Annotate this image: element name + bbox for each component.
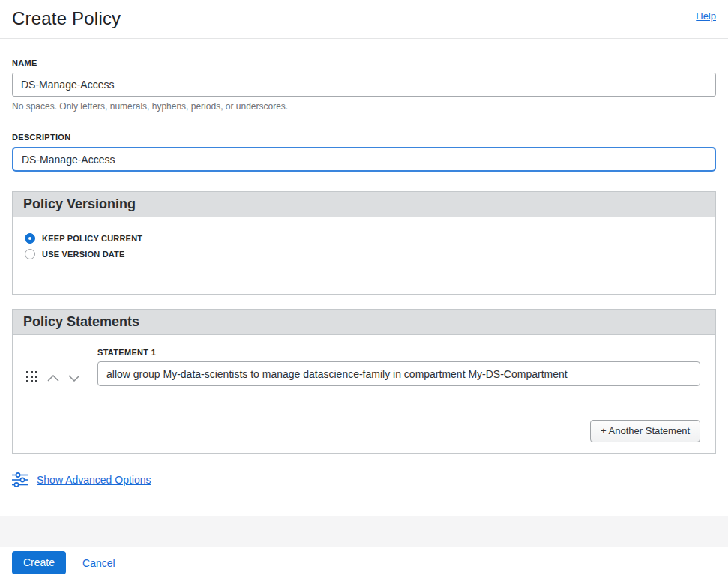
statement-1-input[interactable] — [97, 361, 700, 386]
policy-versioning-header: Policy Versioning — [13, 192, 715, 217]
policy-statements-section: Policy Statements — [12, 309, 716, 454]
description-input[interactable] — [12, 147, 716, 172]
policy-statements-title: Policy Statements — [23, 314, 139, 329]
page-title: Create Policy — [12, 7, 121, 29]
radio-icon[interactable] — [25, 249, 35, 259]
create-button[interactable]: Create — [12, 551, 66, 574]
radio-option-label: KEEP POLICY CURRENT — [42, 234, 142, 243]
policy-statements-body: STATEMENT 1 + Another Statement — [13, 335, 715, 453]
help-link[interactable]: Help — [696, 10, 716, 22]
add-statement-row: + Another Statement — [25, 420, 700, 442]
policy-versioning-section: Policy Versioning KEEP POLICY CURRENT US… — [12, 191, 716, 295]
radio-option-keep-policy-current[interactable]: KEEP POLICY CURRENT — [25, 233, 703, 244]
page-footer: Create Cancel — [0, 547, 728, 578]
policy-versioning-body: KEEP POLICY CURRENT USE VERSION DATE — [13, 217, 715, 294]
add-another-statement-button[interactable]: + Another Statement — [590, 420, 700, 442]
description-label: DESCRIPTION — [12, 133, 716, 142]
statement-field: STATEMENT 1 — [97, 348, 700, 391]
radio-option-use-version-date[interactable]: USE VERSION DATE — [25, 249, 703, 259]
name-label: NAME — [12, 58, 716, 67]
advanced-options-row: Show Advanced Options — [12, 472, 716, 487]
statement-controls — [25, 366, 97, 391]
move-statement-up-button[interactable] — [44, 373, 62, 384]
chevron-down-icon — [68, 375, 80, 382]
show-advanced-options-link[interactable]: Show Advanced Options — [37, 474, 151, 486]
statement-1-label: STATEMENT 1 — [97, 348, 700, 357]
name-input[interactable] — [12, 73, 716, 97]
name-helper-text: No spaces. Only letters, numerals, hyphe… — [12, 101, 716, 112]
radio-option-label: USE VERSION DATE — [42, 250, 125, 259]
chevron-up-icon — [47, 375, 59, 382]
page-header: Create Policy Help — [0, 0, 728, 39]
policy-statements-header: Policy Statements — [13, 310, 715, 335]
radio-icon[interactable] — [25, 233, 35, 244]
drag-handle-icon[interactable] — [25, 369, 39, 388]
move-statement-down-button[interactable] — [65, 373, 83, 384]
footer-spacer — [0, 516, 728, 547]
create-policy-form: NAME No spaces. Only letters, numerals, … — [0, 39, 728, 516]
statement-row: STATEMENT 1 — [25, 348, 700, 391]
policy-versioning-title: Policy Versioning — [23, 196, 136, 211]
sliders-icon — [12, 472, 28, 487]
cancel-link[interactable]: Cancel — [82, 557, 115, 569]
